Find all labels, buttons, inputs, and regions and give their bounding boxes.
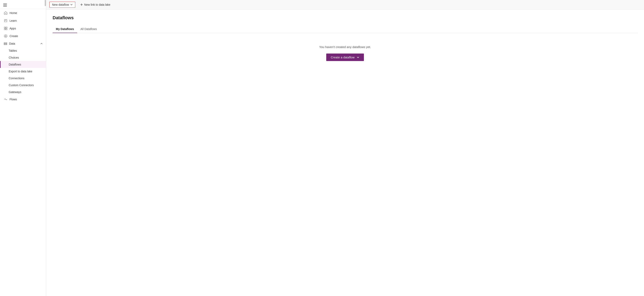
data-section-left: Data: [4, 42, 15, 45]
empty-state: You haven't created any dataflows yet. C…: [52, 45, 638, 61]
sidebar-item-flows-label: Flows: [10, 98, 17, 101]
home-icon: [4, 11, 8, 15]
svg-rect-3: [4, 29, 6, 30]
chevron-up-icon: [40, 42, 43, 45]
tab-my-dataflows[interactable]: My Dataflows: [52, 25, 77, 33]
content-area: Dataflows My Dataflows All Dataflows You…: [46, 10, 644, 296]
new-dataflow-button[interactable]: New dataflow: [50, 2, 75, 8]
sidebar-item-custom-connectors-label: Custom Connectors: [9, 84, 34, 87]
scrollbar-thumb[interactable]: [45, 0, 46, 6]
sidebar-item-gateways-label: Gateways: [9, 90, 21, 94]
sidebar-item-home-label: Home: [10, 11, 17, 15]
new-dataflow-label: New dataflow: [52, 3, 69, 6]
svg-rect-1: [4, 27, 6, 28]
sidebar-item-tables-label: Tables: [9, 49, 17, 52]
svg-rect-2: [6, 27, 7, 28]
sidebar-item-apps[interactable]: Apps: [0, 25, 46, 32]
empty-state-text: You haven't created any dataflows yet.: [319, 45, 371, 49]
sidebar-item-data-label: Data: [9, 42, 15, 45]
page-title: Dataflows: [52, 15, 638, 21]
hamburger-button[interactable]: [2, 3, 8, 7]
sidebar-item-create[interactable]: Create: [0, 32, 46, 40]
plus-icon: [80, 3, 83, 6]
new-link-to-data-lake-button[interactable]: New link to data lake: [78, 2, 113, 8]
sidebar-top: [0, 0, 46, 9]
sidebar-item-connections-label: Connections: [9, 77, 24, 80]
sidebar-item-tables[interactable]: Tables: [0, 47, 46, 54]
new-link-label: New link to data lake: [84, 3, 110, 6]
svg-rect-7: [4, 43, 7, 44]
svg-rect-4: [6, 29, 7, 30]
tab-all-dataflows[interactable]: All Dataflows: [77, 25, 100, 33]
create-dataflow-button[interactable]: Create a dataflow: [326, 54, 364, 61]
sidebar-item-dataflows[interactable]: Dataflows: [0, 61, 46, 68]
svg-rect-6: [4, 43, 7, 43]
sidebar-item-learn[interactable]: Learn: [0, 17, 46, 25]
tab-all-dataflows-label: All Dataflows: [80, 27, 97, 31]
create-dataflow-label: Create a dataflow: [331, 56, 354, 59]
main-area: New dataflow New link to data lake Dataf…: [46, 0, 644, 296]
sidebar-item-dataflows-label: Dataflows: [9, 63, 21, 66]
data-icon: [4, 42, 7, 45]
sidebar-item-learn-label: Learn: [10, 19, 17, 22]
learn-icon: [4, 19, 8, 23]
chevron-down-icon: [356, 56, 360, 59]
sidebar: Home Learn Apps: [0, 0, 46, 296]
sidebar-item-gateways[interactable]: Gateways: [0, 89, 46, 95]
sidebar-item-export-to-data-lake[interactable]: Export to data lake: [0, 68, 46, 75]
create-icon: [4, 34, 8, 38]
tab-my-dataflows-label: My Dataflows: [56, 27, 74, 31]
sidebar-item-connections[interactable]: Connections: [0, 75, 46, 82]
sidebar-item-choices-label: Choices: [9, 56, 19, 59]
flows-icon: [4, 97, 8, 101]
scrollbar-track[interactable]: [45, 0, 46, 296]
sidebar-item-flows[interactable]: Flows: [0, 95, 46, 103]
tabs-bar: My Dataflows All Dataflows: [52, 25, 638, 33]
sidebar-item-export-label: Export to data lake: [9, 70, 32, 73]
sidebar-item-custom-connectors[interactable]: Custom Connectors: [0, 82, 46, 89]
sidebar-item-create-label: Create: [10, 35, 18, 38]
sidebar-item-home[interactable]: Home: [0, 9, 46, 17]
toolbar: New dataflow New link to data lake: [46, 0, 644, 10]
sidebar-item-apps-label: Apps: [10, 27, 16, 30]
sidebar-item-data[interactable]: Data: [0, 40, 46, 47]
svg-rect-8: [4, 44, 7, 45]
sidebar-item-choices[interactable]: Choices: [0, 54, 46, 61]
apps-icon: [4, 27, 8, 30]
chevron-down-icon: [70, 4, 73, 6]
